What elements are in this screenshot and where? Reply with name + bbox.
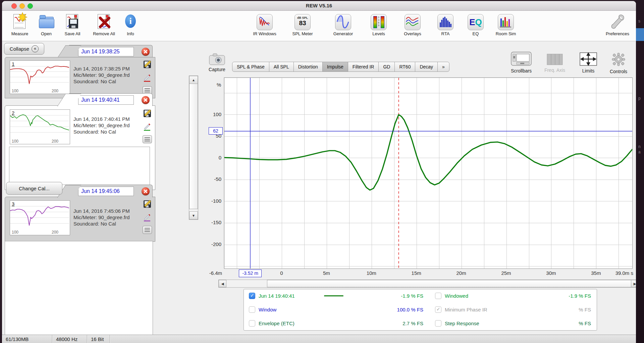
open-button[interactable]: Open	[36, 13, 56, 36]
measurement-3-card[interactable]: 3 100 200 Jun 14, 2016 7:45:06 PM Mic/Me…	[5, 197, 155, 242]
status-spacer	[110, 335, 636, 343]
windowed-checkbox[interactable]	[435, 293, 441, 299]
measure-icon	[11, 13, 28, 30]
ir-windows-icon	[257, 14, 273, 30]
rta-button[interactable]: RTA	[437, 13, 453, 36]
legend-label: Minimum Phase IR	[445, 307, 487, 312]
scroll-right-arrow[interactable]: ▶	[631, 280, 636, 287]
tab-decay[interactable]: Decay	[415, 62, 438, 72]
room-sim-icon	[498, 14, 514, 30]
info-button[interactable]: i Info	[122, 13, 139, 36]
min-phase-checkbox[interactable]	[435, 306, 441, 313]
legend-row-windowed: Windowed-1.9 % FS	[435, 293, 591, 299]
measurement-2-date-field[interactable]: Jun 14 19:40:41	[78, 95, 134, 105]
save-measurement-icon[interactable]	[143, 109, 152, 118]
step-response-checkbox[interactable]	[435, 320, 441, 327]
trace-color-swatch	[324, 295, 343, 296]
scroll-up-arrow[interactable]: ▲	[189, 76, 198, 84]
scroll-down-arrow[interactable]: ▼	[189, 211, 198, 219]
open-folder-icon	[38, 13, 55, 30]
scrollbar-thumb[interactable]	[189, 84, 198, 209]
trace-options-icon[interactable]	[143, 73, 152, 82]
measurement-2-tab[interactable]: Jun 14 19:40:41	[69, 93, 153, 106]
measurement-2-card[interactable]: 2 100 200 Jun 14, 2016 7:40:41 PM Mic/Me…	[5, 105, 155, 190]
scroll-left-arrow[interactable]: ◀	[219, 280, 226, 287]
impulse-plot[interactable]	[224, 78, 633, 269]
legend-row-window: Window100.0 % FS	[249, 306, 423, 313]
spl-meter-button[interactable]: dB SPL 83 SPL Meter	[290, 13, 315, 36]
remove-all-button[interactable]: Remove All	[90, 13, 118, 36]
trace-options-icon[interactable]	[143, 213, 152, 222]
envelope-checkbox[interactable]	[249, 320, 255, 327]
measurement-1-info: Jun 14, 2016 7:38:25 PM Mic/Meter: 90_de…	[73, 65, 130, 85]
tab-filtered-ir[interactable]: Filtered IR	[348, 62, 379, 72]
desktop: REW V5.16 Measure Open	[0, 0, 644, 343]
spl-meter-icon: dB SPL 83	[294, 14, 311, 30]
overlays-button[interactable]: Overlays	[400, 13, 425, 36]
tab-spl-phase[interactable]: SPL & Phase	[232, 62, 269, 72]
tab-distortion[interactable]: Distortion	[293, 62, 323, 72]
measurement-1-tab[interactable]: Jun 14 19:38:25	[69, 45, 153, 58]
eq-icon: EQ	[468, 14, 484, 30]
measurement-3-tab[interactable]: Jun 14 19:45:06	[69, 185, 153, 197]
trace-options-icon[interactable]	[143, 122, 152, 131]
measurement-3-date-field[interactable]: Jun 14 19:45:06	[78, 187, 134, 196]
limits-button[interactable]: Limits	[578, 52, 599, 74]
legend-label: Jun 14 19:40:41	[259, 293, 295, 299]
scrollbars-button[interactable]: Scrollbars	[507, 52, 535, 74]
controls-button[interactable]: Controls	[607, 52, 630, 74]
main-toolbar: Measure Open Save All	[2, 11, 636, 41]
info-icon: i	[122, 13, 139, 30]
time-axis-scrollbar[interactable]: ◀ ▶	[218, 280, 636, 288]
levels-button[interactable]: 0369 Levels	[369, 13, 388, 36]
measurement-2-delete-button[interactable]	[142, 96, 150, 104]
x-cursor-value: -3.52 m	[239, 270, 262, 277]
legend-value: -1.9 % FS	[541, 293, 591, 299]
bit-depth-status: 16 Bit	[87, 335, 110, 343]
rta-icon	[437, 14, 453, 30]
preferences-button[interactable]: Preferences	[602, 13, 633, 36]
measure-button[interactable]: Measure	[8, 13, 32, 36]
save-all-button[interactable]: Save All	[62, 13, 83, 36]
tab-impulse[interactable]: Impulse	[322, 62, 348, 72]
graph-panel: Capture SPL & Phase All SPL Distortion I…	[203, 41, 636, 336]
measurement-3-thumbnail: 3 100 200	[10, 200, 70, 235]
generator-button[interactable]: Generator	[330, 13, 356, 36]
legend-row-step-response: Step Response% FS	[435, 320, 591, 327]
measurement-3-actions	[142, 200, 152, 234]
legend-row-min-phase: Minimum Phase IR% FS	[435, 306, 591, 313]
rew-window: REW V5.16 Measure Open	[2, 1, 636, 343]
legend-value: -1.9 % FS	[373, 293, 423, 299]
measurement-3-notes[interactable]	[5, 241, 153, 335]
legend-value: 100.0 % FS	[373, 307, 423, 312]
measurement-2-notes[interactable]	[9, 147, 150, 185]
y-cursor-value: 62	[209, 127, 223, 135]
measurement-1-card[interactable]: 1 100 200 Jun 14, 2016 7:38:25 PM Mic/Me…	[5, 57, 155, 98]
legend-row-measurement: Jun 14 19:40:41 -1.9 % FS	[249, 293, 423, 299]
notes-icon[interactable]	[143, 135, 152, 143]
x-axis-max-label: 39.0m s	[609, 270, 633, 276]
title-bar: REW V5.16	[2, 1, 636, 11]
tab-all-spl[interactable]: All SPL	[269, 62, 294, 72]
collapse-button[interactable]: Collapse «	[4, 43, 44, 55]
scrollbar-thumb[interactable]	[267, 280, 632, 287]
window-checkbox[interactable]	[249, 306, 255, 313]
notes-icon[interactable]	[143, 226, 152, 234]
toolbar-label: Measure	[8, 31, 32, 36]
measurement-1-date-field[interactable]: Jun 14 19:38:25	[78, 47, 134, 56]
tab-rt60[interactable]: RT60	[394, 62, 415, 72]
capture-button[interactable]: Capture	[206, 53, 228, 72]
sample-rate-status: 48000 Hz	[52, 335, 87, 343]
measurement-3-delete-button[interactable]	[142, 187, 150, 195]
ir-windows-button[interactable]: IR Windows	[249, 13, 281, 36]
save-measurement-icon[interactable]	[143, 60, 152, 69]
trace-checkbox[interactable]	[249, 293, 255, 299]
eq-button[interactable]: EQ EQ	[468, 13, 484, 36]
tab-more-chevron[interactable]: »	[437, 62, 449, 72]
measurement-panel-scrollbar[interactable]: ▲ ▼	[189, 76, 198, 220]
room-sim-button[interactable]: Room Sim	[492, 13, 519, 36]
change-cal-button[interactable]: Change Cal...	[6, 182, 62, 195]
save-measurement-icon[interactable]	[143, 200, 152, 208]
tab-gd[interactable]: GD	[378, 62, 395, 72]
measurement-1-delete-button[interactable]	[142, 48, 150, 56]
